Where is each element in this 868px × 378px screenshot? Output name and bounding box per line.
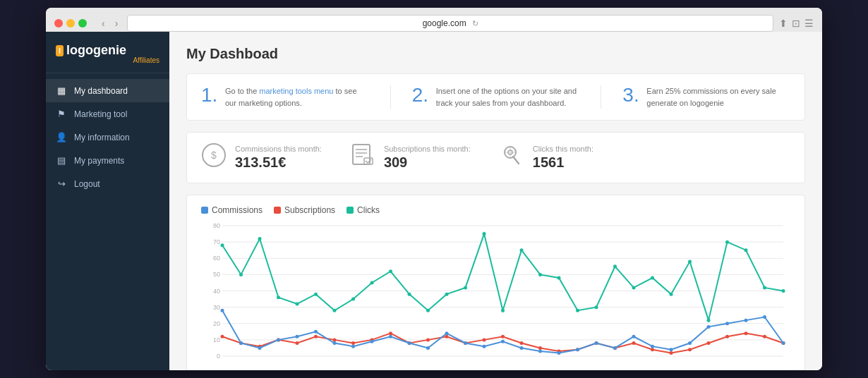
svg-text:08-04: 08-04 xyxy=(270,369,287,370)
svg-text:08-17: 08-17 xyxy=(513,369,529,370)
svg-text:08-12: 08-12 xyxy=(420,369,436,370)
svg-point-100 xyxy=(426,338,430,341)
legend-commissions: Commissions xyxy=(201,205,263,215)
browser-window: ‹ › google.com ↻ ⬆ ⊡ ☰ l logogenie Affil… xyxy=(46,8,822,370)
svg-text:08-31: 08-31 xyxy=(775,369,790,370)
sidebar-item-marketing[interactable]: ⚑ Marketing tool xyxy=(46,102,169,126)
svg-text:70: 70 xyxy=(213,238,220,245)
legend-subscriptions-dot xyxy=(274,207,281,214)
svg-point-133 xyxy=(464,341,467,345)
share-button[interactable]: ⬆ xyxy=(779,18,788,29)
svg-text:08-06: 08-06 xyxy=(308,369,324,370)
commissions-label: Commissions this month: xyxy=(235,145,322,153)
sidebar-toggle-button[interactable]: ☰ xyxy=(804,18,814,29)
step-1-number: 1. xyxy=(201,85,218,105)
svg-text:0: 0 xyxy=(217,353,220,360)
sidebar-label-payments: My payments xyxy=(74,156,124,166)
maximize-button[interactable] xyxy=(78,19,87,28)
svg-point-124 xyxy=(296,335,299,339)
svg-point-89 xyxy=(221,335,224,339)
svg-point-79 xyxy=(613,264,617,268)
svg-point-135 xyxy=(501,340,505,343)
svg-point-144 xyxy=(670,348,673,351)
sidebar-label-marketing: Marketing tool xyxy=(74,109,127,119)
marketing-tools-link[interactable]: marketing tools menu xyxy=(259,87,333,95)
legend-commissions-label: Commissions xyxy=(212,205,263,215)
svg-point-74 xyxy=(520,248,524,252)
sidebar-item-dashboard[interactable]: ▦ My dashboard xyxy=(46,79,169,102)
nav-arrows: ‹ › xyxy=(98,16,121,30)
logo-icon: l xyxy=(56,45,64,56)
svg-text:30: 30 xyxy=(213,304,220,311)
sidebar-item-logout[interactable]: ↪ Logout xyxy=(46,172,169,195)
svg-point-147 xyxy=(725,322,729,325)
svg-point-138 xyxy=(557,351,561,355)
chart-svg: 0102030405060708008-0108-0208-0308-0408-… xyxy=(201,222,790,370)
svg-text:60: 60 xyxy=(213,255,220,262)
svg-text:08-02: 08-02 xyxy=(233,369,249,370)
subscriptions-value: 309 xyxy=(384,154,471,171)
legend-clicks: Clicks xyxy=(346,205,380,215)
svg-point-95 xyxy=(333,338,337,341)
svg-point-127 xyxy=(351,345,355,348)
sidebar-item-information[interactable]: 👤 My information xyxy=(46,126,169,149)
svg-point-68 xyxy=(408,293,411,296)
dashboard-icon: ▦ xyxy=(56,85,67,96)
svg-point-73 xyxy=(501,309,505,312)
main-content: My Dashboad 1. Go to the marketing tools… xyxy=(169,32,822,370)
subscriptions-icon xyxy=(350,142,375,173)
marketing-icon: ⚑ xyxy=(56,109,67,119)
svg-point-88 xyxy=(782,289,785,293)
svg-point-113 xyxy=(670,351,673,355)
svg-point-101 xyxy=(445,335,449,339)
svg-text:08-08: 08-08 xyxy=(345,369,361,370)
svg-text:08-27: 08-27 xyxy=(700,369,716,370)
browser-chrome: ‹ › google.com ↻ ⬆ ⊡ ☰ xyxy=(46,8,822,32)
svg-point-64 xyxy=(333,309,337,312)
legend-clicks-label: Clicks xyxy=(357,205,380,215)
chart-legend: Commissions Subscriptions Clicks xyxy=(201,205,790,215)
svg-text:08-25: 08-25 xyxy=(663,369,679,370)
svg-point-121 xyxy=(239,341,243,345)
logo: l logogenie xyxy=(56,43,159,58)
svg-point-142 xyxy=(632,335,636,339)
stat-commissions-info: Commissions this month: 313.51€ xyxy=(235,145,322,171)
svg-text:08-18: 08-18 xyxy=(532,369,548,370)
svg-text:50: 50 xyxy=(213,271,220,278)
svg-point-115 xyxy=(707,341,711,345)
svg-text:08-16: 08-16 xyxy=(495,369,511,370)
new-tab-button[interactable]: ⊡ xyxy=(792,18,800,29)
svg-point-146 xyxy=(707,325,711,329)
stat-subscriptions: Subscriptions this month: 309 xyxy=(350,142,471,173)
svg-point-148 xyxy=(745,319,748,322)
svg-text:08-11: 08-11 xyxy=(401,369,417,370)
address-bar[interactable]: google.com ↻ xyxy=(127,15,773,32)
svg-text:40: 40 xyxy=(213,288,220,295)
clicks-icon xyxy=(499,142,524,173)
svg-point-123 xyxy=(277,338,280,341)
svg-point-112 xyxy=(651,348,654,351)
close-button[interactable] xyxy=(54,19,63,28)
svg-point-137 xyxy=(538,350,542,353)
reload-icon[interactable]: ↻ xyxy=(472,19,478,28)
svg-text:08-03: 08-03 xyxy=(251,369,267,370)
back-button[interactable]: ‹ xyxy=(98,16,109,30)
svg-point-131 xyxy=(426,346,430,350)
step-1-text: Go to the marketing tools menu to see ou… xyxy=(225,85,369,109)
svg-point-61 xyxy=(277,295,280,299)
legend-subscriptions-label: Subscriptions xyxy=(284,205,335,215)
minimize-button[interactable] xyxy=(66,19,75,28)
svg-point-63 xyxy=(314,293,318,296)
forward-button[interactable]: › xyxy=(111,16,122,30)
svg-text:08-22: 08-22 xyxy=(607,369,623,370)
payments-icon: ▤ xyxy=(56,155,67,166)
svg-point-114 xyxy=(688,348,692,351)
svg-point-93 xyxy=(296,341,299,345)
subscriptions-label: Subscriptions this month: xyxy=(384,145,471,153)
traffic-lights xyxy=(54,19,87,28)
svg-point-80 xyxy=(632,286,636,289)
svg-point-130 xyxy=(408,341,411,345)
sidebar-item-payments[interactable]: ▤ My payments xyxy=(46,149,169,172)
svg-point-85 xyxy=(725,240,729,244)
svg-text:08-30: 08-30 xyxy=(757,369,773,370)
